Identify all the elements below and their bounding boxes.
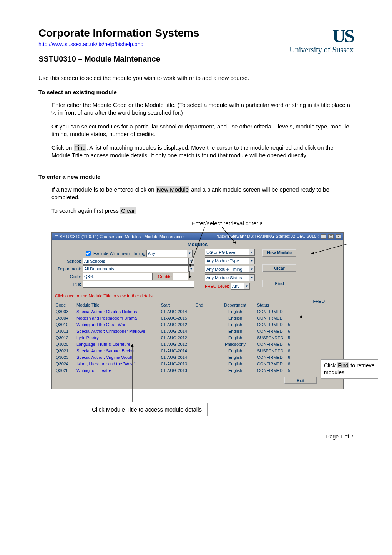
table-row: Q3012Lyric Poetry01-AUG-2012EnglishSUSPE…: [55, 334, 340, 341]
cell-title[interactable]: Writing and the Great War: [76, 322, 160, 327]
col-fheq: [287, 303, 299, 307]
cell-fheq: 5: [287, 368, 299, 373]
cell-code: Q3020: [55, 342, 76, 347]
exclude-withdrawn-label: Exclude Withdrawn: [93, 251, 130, 256]
credits-input[interactable]: [173, 273, 188, 280]
cell-fheq: 6: [287, 329, 299, 333]
module-timing-select[interactable]: Any Module Timing ▼: [205, 266, 255, 273]
cell-code: Q3021: [55, 348, 76, 353]
cell-title[interactable]: Islam, Literature and the 'West': [76, 362, 160, 366]
app-icon: 🗔: [54, 234, 58, 239]
section2-clear-highlight: Clear: [120, 207, 136, 214]
title-bar: 🗔 SSTU0310 (11.0.11) Courses and Modules…: [52, 233, 343, 240]
chevron-down-icon: ▼: [249, 275, 254, 281]
cell-title[interactable]: Language, Truth & Literature: [76, 342, 160, 347]
title-bar-right-wrap: *Dawn Stewart* DB:TRAINING Started:02-DE…: [216, 234, 341, 239]
chevron-down-icon: ▼: [249, 249, 254, 255]
section2-p1: If a new module is to be entered click o…: [38, 186, 354, 202]
exclude-withdrawn-checkbox[interactable]: Exclude Withdrawn: [84, 250, 130, 257]
cell-start: 01-AUG-2014: [160, 348, 195, 353]
cell-status: SUSPENDED: [256, 335, 287, 340]
cell-dept: English: [214, 362, 256, 366]
code-label: Code:: [55, 274, 83, 279]
cell-start: 01-AUG-2014: [160, 329, 195, 333]
code-input[interactable]: [83, 273, 153, 280]
exclude-withdrawn-input[interactable]: [86, 251, 91, 256]
window-buttons: _ □ ×: [320, 234, 341, 238]
section2-p2a: To search again first press: [51, 207, 120, 214]
module-status-select[interactable]: Any Module Status ▼: [205, 274, 255, 281]
cell-title[interactable]: Special Author: Charles Dickens: [76, 309, 160, 314]
school-label: School:: [55, 259, 83, 263]
cell-dept: English: [214, 322, 256, 327]
cell-status: CONFIRMED: [256, 368, 287, 373]
cell-fheq: 5: [287, 335, 299, 340]
timing-select[interactable]: Any ▼: [146, 250, 193, 257]
section2-p1a: If a new module is to be entered click o…: [51, 186, 156, 193]
callout-right-b: Find: [337, 362, 349, 368]
chevron-down-icon: ▼: [249, 266, 254, 272]
exit-button[interactable]: Exit: [284, 377, 317, 384]
callout-right-a: Click: [324, 362, 337, 368]
cell-title[interactable]: Special Author: Samuel Beckett: [76, 348, 160, 353]
fheq-label: FHEQ Level:: [205, 284, 229, 288]
cell-code: Q3010: [55, 322, 76, 327]
department-label: Department:: [55, 267, 83, 271]
maximize-icon[interactable]: □: [328, 234, 334, 239]
minimize-icon[interactable]: _: [321, 234, 326, 239]
chevron-down-icon: ▼: [188, 258, 194, 264]
clear-button[interactable]: Clear: [262, 264, 296, 272]
cell-dept: English: [214, 309, 256, 314]
table-header: Code Module Title Start End Department S…: [55, 303, 340, 308]
cell-dept: English: [214, 348, 256, 353]
find-button[interactable]: Find: [262, 280, 296, 287]
cell-title[interactable]: Special Author: Christopher Marlowe: [76, 329, 160, 333]
cell-title[interactable]: Special Author: Virginia Woolf: [76, 355, 160, 360]
department-select[interactable]: All Departments ▼: [83, 265, 194, 272]
new-module-button[interactable]: New Module: [262, 249, 296, 257]
header-divider: [38, 65, 354, 65]
cell-status: CONFIRMED: [256, 309, 287, 314]
section1-p2: Or you can select modules for a particul…: [38, 123, 354, 138]
cell-status: CONFIRMED: [256, 329, 287, 333]
module-timing-value: Any Module Timing: [206, 267, 249, 272]
cell-title[interactable]: Writing for Theatre: [76, 368, 160, 373]
chevron-down-icon: ▼: [187, 250, 192, 257]
cell-start: 01-AUG-2012: [160, 322, 195, 327]
cell-code: Q3011: [55, 329, 76, 333]
table-row: Q3004Modern and Postmodern Drama01-AUG-2…: [55, 315, 340, 321]
cell-dept: English: [214, 335, 256, 340]
fheq-select[interactable]: Any ▼: [231, 283, 250, 290]
logo-subtext: University of Sussex: [289, 45, 354, 54]
section1-p1: Enter either the Module Code or the Modu…: [38, 101, 354, 117]
chevron-down-icon: ▼: [188, 266, 194, 272]
cell-title[interactable]: Lyric Poetry: [76, 335, 160, 340]
cell-code: Q3026: [55, 368, 76, 373]
module-status-value: Any Module Status: [206, 275, 249, 280]
table-row: Q3011Special Author: Christopher Marlowe…: [55, 328, 340, 334]
page-subtitle: SSTU0310 – Module Maintenance: [38, 55, 289, 63]
close-icon[interactable]: ×: [336, 234, 341, 239]
module-type-select[interactable]: Any Module Type ▼: [205, 257, 255, 264]
col-code: Code: [55, 303, 76, 307]
title-input[interactable]: [83, 281, 194, 288]
cell-dept: English: [214, 355, 256, 360]
col-title: Module Title: [76, 303, 160, 307]
title-bar-left: 🗔 SSTU0310 (11.0.11) Courses and Modules…: [54, 234, 184, 239]
cell-dept: English: [214, 316, 256, 320]
app-window: 🗔 SSTU0310 (11.0.11) Courses and Modules…: [51, 232, 344, 389]
cell-fheq: 5: [287, 322, 299, 327]
table-row: Q3020Language, Truth & Literature01-AUG-…: [55, 341, 340, 347]
school-select[interactable]: All Schools ▼: [83, 258, 194, 265]
title-label: Title:: [55, 282, 83, 287]
cell-start: 01-AUG-2014: [160, 309, 195, 314]
cell-start: 01-AUG-2013: [160, 362, 195, 366]
cell-title[interactable]: Modern and Postmodern Drama: [76, 316, 160, 320]
cell-start: 01-AUG-2012: [160, 335, 195, 340]
table-row: Q3024Islam, Literature and the 'West'01-…: [55, 360, 340, 367]
level-select[interactable]: UG or PG Level ▼: [205, 249, 255, 256]
title-bar-text-right: *Dawn Stewart* DB:TRAINING Started:02-DE…: [216, 234, 319, 238]
header-link[interactable]: http://www.sussex.ac.uk/its/help/bishelp…: [38, 41, 143, 47]
cell-code: Q3024: [55, 362, 76, 366]
cell-fheq: 6: [287, 348, 299, 353]
